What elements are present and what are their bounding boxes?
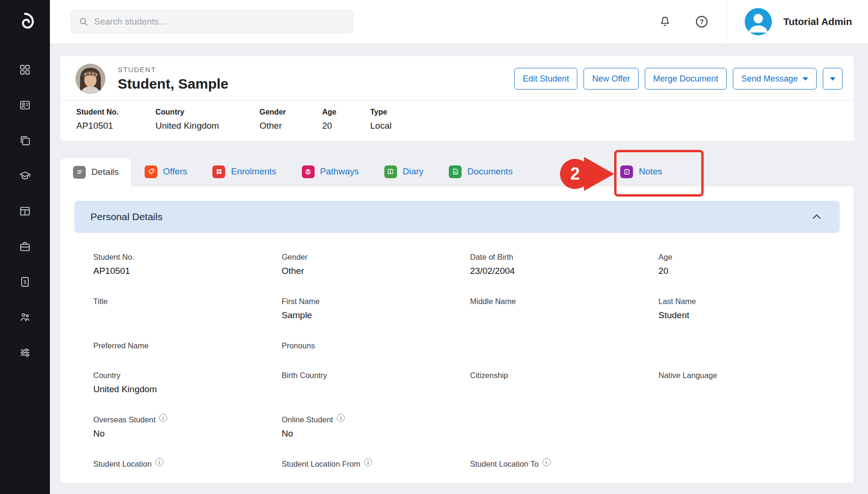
tab-label: Notes — [639, 166, 662, 177]
info-tooltip-icon[interactable]: i — [337, 414, 345, 422]
collapse-button[interactable] — [810, 210, 824, 224]
invoice-dollar-icon: $ — [19, 276, 31, 288]
personal-details-header[interactable]: Personal Details — [74, 201, 840, 233]
tab-diary[interactable]: Diary — [372, 157, 436, 186]
search-input[interactable] — [94, 16, 345, 27]
field-student-no: Student No. AP10501 — [93, 253, 282, 276]
field-label: Age — [658, 253, 836, 262]
student-actions: Edit Student New Offer Merge Document Se… — [514, 68, 843, 90]
field-student-location-to: Student Location Toi — [470, 460, 658, 469]
field-student-location-from: Student Location Fromi — [282, 460, 470, 469]
info-label: Student No. — [76, 108, 155, 116]
field-birth-country: Birth Country — [282, 371, 470, 395]
new-offer-button[interactable]: New Offer — [584, 68, 639, 90]
sidebar-item-tables[interactable] — [18, 205, 32, 218]
info-tooltip-icon[interactable]: i — [543, 458, 551, 466]
sidebar-item-invoices[interactable]: $ — [18, 275, 32, 288]
field-label-text: Date of Birth — [470, 253, 513, 262]
info-value: 20 — [322, 121, 370, 131]
help-button[interactable]: ? — [693, 13, 710, 30]
tab-documents[interactable]: Documents — [436, 157, 525, 186]
field-label: Student Location Toi — [470, 460, 647, 469]
field-label-text: Online Student — [282, 415, 333, 424]
info-label: Gender — [260, 108, 322, 116]
sidebar-item-people[interactable] — [18, 311, 32, 324]
sidebar-item-pages[interactable] — [18, 134, 32, 147]
field-value: 20 — [658, 266, 836, 276]
tab-pathways[interactable]: Pathways — [289, 157, 372, 186]
graduation-cap-icon — [19, 170, 31, 182]
student-photo-image — [75, 64, 105, 94]
sidebar-item-settings[interactable] — [18, 346, 32, 359]
field-gender: Gender Other — [282, 253, 470, 276]
student-photo — [75, 64, 105, 94]
info-value: AP10501 — [76, 121, 155, 131]
topbar-right: ? Tutorial Admin — [657, 0, 868, 43]
sidebar-item-contacts[interactable] — [18, 99, 32, 112]
app-logo[interactable] — [0, 0, 50, 43]
field-label: Country — [93, 371, 270, 380]
student-info-row: Student No. AP10501 Country United Kingd… — [60, 100, 854, 131]
student-overline: STUDENT — [118, 66, 228, 74]
info-type: Type Local — [370, 108, 391, 131]
tab-offers[interactable]: Offers — [132, 157, 200, 186]
field-label: Native Language — [658, 371, 836, 380]
enrolments-icon — [212, 165, 225, 178]
field-value: No — [282, 428, 459, 439]
topbar: ? Tutorial Admin — [50, 0, 868, 43]
personal-details-fields: Student No. AP10501 Gender Other Date of… — [60, 233, 854, 469]
info-tooltip-icon[interactable]: i — [364, 458, 372, 466]
field-overseas-student: Overseas Studenti No — [93, 415, 282, 439]
field-native-language: Native Language — [658, 371, 847, 395]
tab-notes[interactable]: Notes — [608, 157, 675, 186]
field-label: Student No. — [93, 253, 270, 262]
more-actions-button[interactable] — [823, 68, 843, 90]
tab-label: Details — [91, 167, 119, 177]
field-row: Preferred Name Pronouns — [93, 341, 854, 350]
svg-text:$: $ — [24, 279, 26, 285]
field-title: Title — [93, 297, 282, 321]
field-label: Last Name — [658, 297, 836, 306]
help-icon: ? — [695, 15, 709, 29]
chevron-down-icon — [803, 77, 808, 81]
student-name: Student, Sample — [118, 76, 228, 92]
dashboard-icon — [19, 64, 31, 76]
student-search[interactable] — [71, 10, 353, 33]
search-icon — [79, 16, 89, 27]
notifications-button[interactable] — [657, 13, 673, 30]
panel-title: Personal Details — [90, 211, 162, 222]
user-avatar-icon — [745, 8, 772, 35]
send-message-button[interactable]: Send Message — [733, 68, 817, 90]
tab-obscured-spacer — [525, 157, 608, 186]
field-label-text: Age — [658, 253, 672, 262]
merge-document-button[interactable]: Merge Document — [645, 68, 727, 90]
field-label: Gender — [282, 253, 459, 262]
field-label-text: Student Location From — [282, 460, 360, 469]
field-row: Country United Kingdom Birth Country Cit… — [93, 371, 854, 395]
user-menu[interactable]: Tutorial Admin — [727, 8, 868, 35]
info-tooltip-icon[interactable]: i — [159, 414, 167, 422]
notes-icon — [620, 165, 633, 178]
edit-student-button[interactable]: Edit Student — [514, 68, 577, 90]
field-label: Student Location Fromi — [282, 460, 459, 469]
field-country: Country United Kingdom — [93, 371, 282, 395]
tab-details[interactable]: Details — [60, 157, 132, 186]
pathways-icon — [302, 165, 315, 178]
info-tooltip-icon[interactable]: i — [155, 458, 163, 466]
sidebar-item-dashboard[interactable] — [18, 63, 32, 76]
student-header-card: STUDENT Student, Sample Edit Student New… — [60, 56, 854, 141]
field-age: Age 20 — [658, 253, 847, 276]
field-value: AP10501 — [93, 266, 270, 276]
sidebar-item-courses[interactable] — [18, 169, 32, 182]
field-last-name: Last Name Student — [658, 297, 847, 321]
tab-enrolments[interactable]: Enrolments — [200, 157, 289, 186]
field-citizenship: Citizenship — [470, 371, 658, 395]
copy-pages-icon — [19, 134, 31, 147]
field-preferred-name: Preferred Name — [93, 341, 282, 350]
sidebar-item-jobs[interactable] — [18, 240, 32, 253]
chevron-up-icon — [811, 211, 822, 222]
contact-card-icon — [19, 99, 31, 111]
merge-document-label: Merge Document — [653, 74, 718, 84]
tab-label: Pathways — [320, 166, 359, 177]
student-tabbar: Details Offers Enrolments Pathways Diary — [60, 157, 675, 186]
